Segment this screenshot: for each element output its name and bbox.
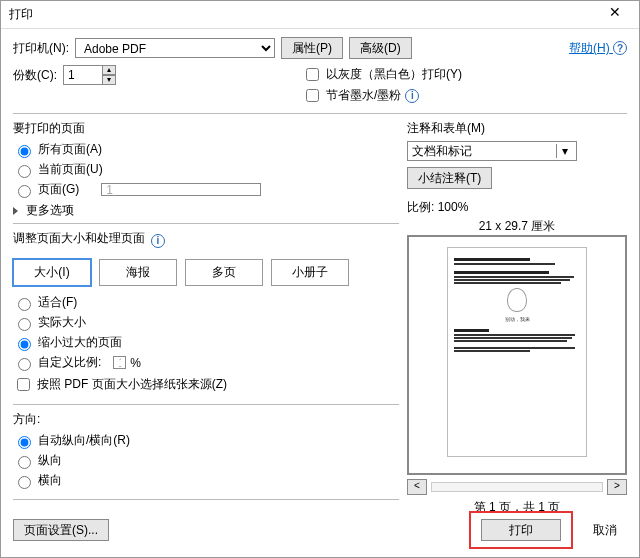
help-link[interactable]: 帮助(H) ? bbox=[569, 40, 627, 57]
tab-poster[interactable]: 海报 bbox=[99, 259, 177, 286]
tab-booklet[interactable]: 小册子 bbox=[271, 259, 349, 286]
fit-radio[interactable] bbox=[18, 298, 31, 311]
pages-range-radio[interactable] bbox=[18, 185, 31, 198]
scale-value: 100% bbox=[438, 200, 469, 214]
grayscale-checkbox[interactable] bbox=[306, 68, 319, 81]
more-options[interactable]: 更多选项 bbox=[26, 202, 74, 219]
custom-scale-input[interactable] bbox=[113, 356, 126, 369]
preview-next-button[interactable]: > bbox=[607, 479, 627, 495]
pages-current-radio[interactable] bbox=[18, 165, 31, 178]
pages-all-radio[interactable] bbox=[18, 145, 31, 158]
printer-select[interactable]: Adobe PDF bbox=[75, 38, 275, 58]
saveink-checkbox[interactable] bbox=[306, 89, 319, 102]
preview-page: 别动，我来 bbox=[447, 247, 587, 457]
sizing-info-icon[interactable]: i bbox=[151, 234, 165, 248]
dialog-title: 打印 bbox=[9, 6, 599, 23]
summary-button[interactable]: 小结注释(T) bbox=[407, 167, 492, 189]
page-setup-button[interactable]: 页面设置(S)... bbox=[13, 519, 109, 541]
grayscale-label: 以灰度（黑白色）打印(Y) bbox=[326, 66, 462, 83]
copies-spinner[interactable]: ▴ ▾ bbox=[63, 65, 116, 85]
sizing-title: 调整页面大小和处理页面 bbox=[13, 230, 145, 247]
preview-scrollbar[interactable] bbox=[431, 482, 603, 492]
print-dialog: 打印 ✕ 打印机(N): Adobe PDF 属性(P) 高级(D) 帮助(H)… bbox=[0, 0, 640, 558]
comments-select[interactable]: 文档和标记 ▾ bbox=[407, 141, 577, 161]
preview-thumbnail bbox=[507, 288, 527, 312]
percent-label: % bbox=[130, 356, 141, 370]
expand-icon[interactable] bbox=[13, 207, 18, 215]
comments-title: 注释和表单(M) bbox=[407, 120, 627, 137]
printer-label: 打印机(N): bbox=[13, 40, 69, 57]
orient-auto-radio[interactable] bbox=[18, 436, 31, 449]
chevron-down-icon: ▾ bbox=[556, 144, 572, 158]
close-icon[interactable]: ✕ bbox=[599, 4, 631, 26]
orient-landscape-radio[interactable] bbox=[18, 476, 31, 489]
print-preview: 别动，我来 bbox=[407, 235, 627, 475]
orientation-title: 方向: bbox=[13, 411, 399, 428]
cancel-button[interactable]: 取消 bbox=[583, 519, 627, 541]
info-icon[interactable]: i bbox=[405, 89, 419, 103]
print-highlight-box: 打印 bbox=[469, 511, 573, 549]
copies-input[interactable] bbox=[63, 65, 103, 85]
preview-prev-button[interactable]: < bbox=[407, 479, 427, 495]
saveink-label: 节省墨水/墨粉 bbox=[326, 87, 401, 104]
pages-range-input[interactable] bbox=[101, 183, 261, 196]
titlebar: 打印 ✕ bbox=[1, 1, 639, 29]
tab-size[interactable]: 大小(I) bbox=[13, 259, 91, 286]
tab-multi[interactable]: 多页 bbox=[185, 259, 263, 286]
scale-label: 比例: bbox=[407, 200, 434, 214]
actual-radio[interactable] bbox=[18, 318, 31, 331]
print-button[interactable]: 打印 bbox=[481, 519, 561, 541]
preview-dims: 21 x 29.7 厘米 bbox=[407, 218, 627, 235]
custom-radio[interactable] bbox=[18, 358, 31, 371]
pages-title: 要打印的页面 bbox=[13, 120, 399, 137]
by-pdf-checkbox[interactable] bbox=[17, 378, 30, 391]
help-icon: ? bbox=[613, 41, 627, 55]
copies-up[interactable]: ▴ bbox=[102, 65, 116, 75]
copies-label: 份数(C): bbox=[13, 67, 57, 84]
orient-portrait-radio[interactable] bbox=[18, 456, 31, 469]
copies-down[interactable]: ▾ bbox=[102, 75, 116, 85]
advanced-button[interactable]: 高级(D) bbox=[349, 37, 412, 59]
shrink-radio[interactable] bbox=[18, 338, 31, 351]
properties-button[interactable]: 属性(P) bbox=[281, 37, 343, 59]
